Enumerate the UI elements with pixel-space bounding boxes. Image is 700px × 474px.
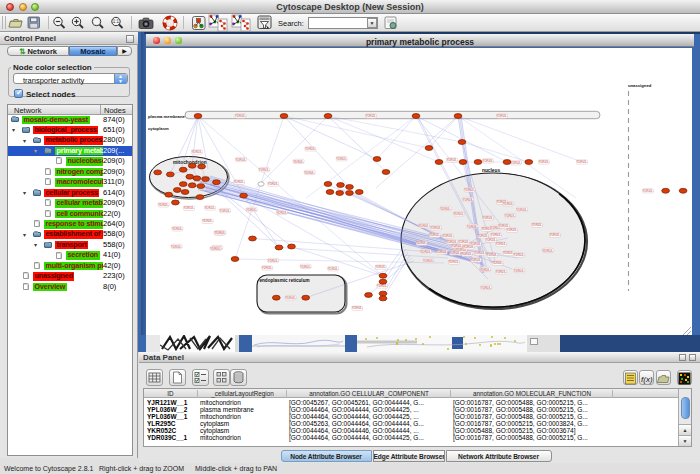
svg-text:1:1: 1:1 bbox=[113, 19, 120, 24]
svg-text:YDR03..: YDR03.. bbox=[491, 233, 502, 237]
svg-text:YDR03..: YDR03.. bbox=[285, 296, 296, 300]
svg-text:YDR03..: YDR03.. bbox=[539, 160, 550, 164]
svg-text:YDR03..: YDR03.. bbox=[268, 259, 279, 263]
svg-text:YDR03..: YDR03.. bbox=[505, 214, 516, 218]
svg-text:YDR03..: YDR03.. bbox=[532, 223, 543, 227]
svg-text:YDR03..: YDR03.. bbox=[202, 219, 213, 223]
svg-text:YDR03..: YDR03.. bbox=[184, 206, 195, 210]
svg-text:YDR03..: YDR03.. bbox=[215, 231, 226, 235]
svg-text:YDR03..: YDR03.. bbox=[437, 250, 448, 254]
svg-text:YDR03..: YDR03.. bbox=[517, 208, 528, 212]
svg-text:YDR03..: YDR03.. bbox=[453, 212, 464, 216]
svg-text:YDR03..: YDR03.. bbox=[328, 267, 339, 271]
svg-text:YDR03..: YDR03.. bbox=[478, 234, 489, 238]
svg-text:YDR03..: YDR03.. bbox=[448, 260, 459, 264]
svg-text:YDR03..: YDR03.. bbox=[462, 252, 473, 256]
svg-text:YDR03..: YDR03.. bbox=[542, 249, 553, 253]
svg-text:YDR03..: YDR03.. bbox=[366, 114, 377, 118]
svg-text:YDR03..: YDR03.. bbox=[475, 251, 486, 255]
svg-text:YDR03..: YDR03.. bbox=[191, 150, 202, 154]
svg-text:YDR03..: YDR03.. bbox=[236, 158, 247, 162]
svg-text:YDR03..: YDR03.. bbox=[246, 208, 257, 212]
svg-text:YDR03..: YDR03.. bbox=[262, 266, 273, 270]
svg-text:YDR03..: YDR03.. bbox=[304, 171, 315, 175]
svg-text:plasma membrane: plasma membrane bbox=[148, 114, 185, 119]
svg-text:YDR03..: YDR03.. bbox=[172, 227, 183, 231]
svg-text:YDR03..: YDR03.. bbox=[336, 157, 347, 161]
svg-text:YDR03..: YDR03.. bbox=[483, 159, 494, 163]
svg-text:YDR03..: YDR03.. bbox=[486, 238, 497, 242]
svg-text:YDR03..: YDR03.. bbox=[511, 161, 522, 165]
svg-text:YDR03..: YDR03.. bbox=[429, 233, 440, 237]
svg-text:YDR03..: YDR03.. bbox=[235, 114, 246, 118]
svg-text:YDR03..: YDR03.. bbox=[463, 198, 474, 202]
svg-text:YDR03..: YDR03.. bbox=[503, 251, 514, 255]
svg-text:YDR03..: YDR03.. bbox=[450, 251, 461, 255]
svg-text:YDR03..: YDR03.. bbox=[210, 247, 221, 251]
svg-text:YDR03..: YDR03.. bbox=[431, 226, 442, 230]
svg-text:YDR03..: YDR03.. bbox=[293, 160, 304, 164]
svg-text:YDR03..: YDR03.. bbox=[467, 225, 478, 229]
svg-text:YDR03..: YDR03.. bbox=[447, 158, 458, 162]
svg-text:YDR03..: YDR03.. bbox=[276, 211, 287, 215]
svg-text:YDR03..: YDR03.. bbox=[464, 245, 475, 249]
svg-text:YDR03..: YDR03.. bbox=[483, 216, 494, 220]
svg-text:YDR03..: YDR03.. bbox=[171, 245, 182, 249]
svg-text:nucleus: nucleus bbox=[482, 168, 500, 173]
svg-text:YDR03..: YDR03.. bbox=[377, 284, 388, 288]
svg-text:YDR03..: YDR03.. bbox=[499, 224, 510, 228]
svg-text:YDR03..: YDR03.. bbox=[305, 147, 316, 151]
svg-text:YDR03..: YDR03.. bbox=[577, 160, 588, 164]
svg-text:YDR03..: YDR03.. bbox=[259, 168, 270, 172]
svg-text:YDR03..: YDR03.. bbox=[420, 250, 431, 254]
svg-text:YDR03..: YDR03.. bbox=[423, 259, 434, 263]
svg-text:YDR03..: YDR03.. bbox=[352, 306, 363, 310]
svg-text:YDR03..: YDR03.. bbox=[503, 202, 514, 206]
svg-text:YDR03..: YDR03.. bbox=[268, 182, 279, 186]
svg-text:f(x): f(x) bbox=[641, 375, 653, 384]
svg-text:YDR03..: YDR03.. bbox=[443, 234, 454, 238]
svg-text:YDR03..: YDR03.. bbox=[158, 203, 169, 207]
svg-text:YDR03..: YDR03.. bbox=[459, 240, 470, 244]
svg-text:YDR03..: YDR03.. bbox=[514, 253, 525, 257]
svg-text:YDR03..: YDR03.. bbox=[220, 209, 231, 213]
svg-text:YDR03..: YDR03.. bbox=[300, 265, 311, 269]
svg-text:endoplasmic reticulum: endoplasmic reticulum bbox=[260, 278, 310, 283]
svg-text:YDR03..: YDR03.. bbox=[550, 233, 561, 237]
svg-text:YDR03..: YDR03.. bbox=[514, 269, 525, 273]
svg-text:unassigned: unassigned bbox=[628, 83, 652, 88]
svg-text:YDR03..: YDR03.. bbox=[375, 265, 386, 269]
svg-text:YDR03..: YDR03.. bbox=[481, 286, 492, 290]
svg-text:YDR03..: YDR03.. bbox=[492, 261, 503, 265]
svg-text:YDR03..: YDR03.. bbox=[234, 180, 245, 184]
svg-text:cytoplasm: cytoplasm bbox=[148, 126, 169, 131]
svg-text:YDR03..: YDR03.. bbox=[496, 270, 507, 274]
svg-text:YDR03..: YDR03.. bbox=[497, 114, 508, 118]
svg-text:YDR03..: YDR03.. bbox=[416, 241, 427, 245]
svg-text:YDR03..: YDR03.. bbox=[440, 207, 451, 211]
svg-text:YDR03..: YDR03.. bbox=[507, 228, 518, 232]
svg-text:YDR03..: YDR03.. bbox=[204, 206, 215, 210]
svg-text:YDR03..: YDR03.. bbox=[643, 189, 654, 193]
svg-text:YDR03..: YDR03.. bbox=[419, 224, 430, 228]
svg-text:YDR03..: YDR03.. bbox=[480, 268, 491, 272]
svg-text:YDR03..: YDR03.. bbox=[471, 258, 482, 262]
svg-text:YDR03..: YDR03.. bbox=[496, 242, 507, 246]
svg-text:YDR03..: YDR03.. bbox=[464, 188, 475, 192]
svg-text:YDR03..: YDR03.. bbox=[487, 253, 498, 257]
